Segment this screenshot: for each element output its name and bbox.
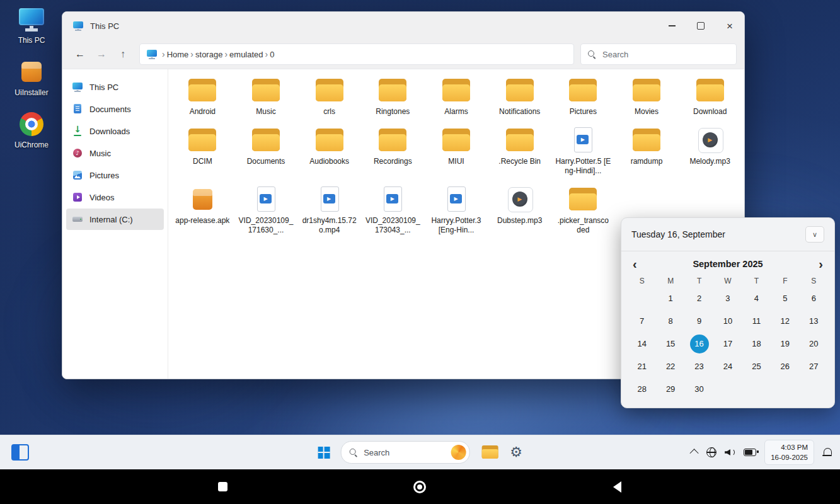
calendar-day[interactable]: 30 [690, 380, 709, 399]
calendar-day[interactable]: 12 [776, 312, 795, 331]
calendar-day[interactable]: 14 [633, 335, 652, 353]
calendar-day[interactable]: 29 [661, 380, 680, 399]
calendar-day[interactable]: 21 [633, 357, 652, 376]
calendar-day[interactable]: 28 [633, 380, 652, 399]
breadcrumb[interactable]: › Home › storage › emulated › 0 [139, 43, 574, 65]
start-button[interactable] [318, 447, 330, 459]
sidebar-item[interactable]: Documents [66, 98, 164, 120]
calendar-day[interactable]: 19 [776, 335, 795, 353]
desktop-icon[interactable]: UiChrome [8, 111, 55, 149]
close-button[interactable]: × [715, 12, 744, 40]
file-item[interactable]: Recordings [362, 127, 423, 176]
sidebar-item[interactable]: This PC [66, 76, 164, 98]
tray-expand-icon[interactable] [690, 449, 699, 457]
sidebar-item[interactable]: Pictures [66, 164, 164, 186]
calendar-day[interactable]: 20 [804, 335, 823, 353]
file-item[interactable]: Harryy.Potter.3[Eng-Hin... [425, 186, 487, 235]
calendar-next-button[interactable]: › [819, 258, 823, 270]
calendar-day[interactable]: 16 [690, 335, 709, 353]
back-button[interactable] [598, 469, 636, 504]
file-item[interactable]: MIUI [425, 127, 487, 176]
calendar-day[interactable]: 18 [747, 335, 766, 353]
calendar-day[interactable]: 22 [661, 357, 680, 376]
battery-icon[interactable] [744, 449, 756, 456]
file-item[interactable]: Dubstep.mp3 [489, 186, 551, 235]
calendar-prev-button[interactable]: ‹ [633, 258, 637, 270]
calendar-day[interactable]: 1 [661, 289, 680, 308]
breadcrumb-item[interactable]: › Home [160, 49, 188, 59]
calendar-day[interactable]: 13 [804, 312, 823, 331]
calendar-day[interactable]: 5 [776, 289, 795, 308]
network-globe-icon[interactable] [706, 447, 716, 457]
calendar-day[interactable]: 7 [633, 312, 652, 331]
notifications-bell-icon[interactable] [822, 447, 832, 457]
calendar-day[interactable]: 15 [661, 335, 680, 353]
file-item[interactable]: Audiobooks [299, 127, 360, 176]
file-item[interactable]: Notifications [489, 77, 551, 117]
clock[interactable]: 4:03 PM 16-09-2025 [764, 440, 814, 465]
calendar-day[interactable] [804, 380, 823, 399]
calendar-day[interactable]: 2 [690, 289, 709, 308]
calendar-day[interactable] [633, 289, 652, 308]
minimize-button[interactable] [657, 12, 686, 40]
sidebar-item[interactable]: Music [66, 142, 164, 164]
window-search-input[interactable]: Search [580, 43, 737, 65]
maximize-button[interactable] [686, 12, 715, 40]
calendar-day[interactable]: 24 [718, 357, 737, 376]
file-item[interactable]: VID_20230109_171630_... [235, 186, 297, 235]
calendar-day[interactable]: 8 [661, 312, 680, 331]
desktop-icon[interactable]: This PC [8, 6, 55, 45]
calendar-day[interactable] [718, 380, 737, 399]
file-item[interactable]: DCIM [171, 127, 233, 176]
settings-button[interactable]: ⚙ [510, 445, 522, 459]
titlebar[interactable]: This PC × [62, 12, 744, 40]
calendar-day[interactable]: 10 [718, 312, 737, 331]
file-item[interactable]: Pictures [552, 77, 614, 117]
file-item[interactable]: dr1shy4m.15.72o.mp4 [299, 186, 360, 235]
file-item[interactable]: crls [299, 77, 360, 117]
calendar-day[interactable]: 9 [690, 312, 709, 331]
calendar-day[interactable]: 27 [804, 357, 823, 376]
forward-button[interactable]: → [91, 44, 112, 64]
calendar-day[interactable]: 4 [747, 289, 766, 308]
calendar-day[interactable]: 23 [690, 357, 709, 376]
calendar-day[interactable]: 3 [718, 289, 737, 308]
breadcrumb-item[interactable]: › storage [188, 49, 222, 59]
breadcrumb-item[interactable]: › emulated [222, 49, 263, 59]
file-item[interactable]: Harry.Potter.5 [Eng-Hindi]... [552, 127, 614, 176]
calendar-day[interactable]: 25 [747, 357, 766, 376]
file-item[interactable]: app-release.apk [171, 186, 233, 235]
calendar-month-label[interactable]: September 2025 [693, 259, 762, 269]
file-explorer-button[interactable] [480, 444, 499, 461]
file-item[interactable]: Documents [235, 127, 297, 176]
file-item[interactable]: .Recycle Bin [489, 127, 551, 176]
breadcrumb-item[interactable]: › 0 [263, 49, 275, 59]
file-item[interactable]: Download [679, 77, 741, 117]
file-item[interactable]: Melody.mp3 [679, 127, 741, 176]
file-item[interactable]: .picker_transcoded [552, 186, 614, 235]
recents-button[interactable] [204, 469, 241, 504]
home-button[interactable] [401, 469, 439, 504]
calendar-day[interactable] [776, 380, 795, 399]
up-button[interactable]: ↑ [113, 44, 133, 64]
calendar-day[interactable]: 6 [804, 289, 823, 308]
calendar-day[interactable]: 26 [776, 357, 795, 376]
sidebar-item[interactable]: Videos [66, 186, 164, 208]
file-item[interactable]: Android [171, 77, 233, 117]
sidebar-item[interactable]: Internal (C:) [66, 209, 164, 230]
calendar-collapse-button[interactable]: ∨ [805, 226, 824, 243]
launcher-icon[interactable] [11, 444, 29, 461]
file-item[interactable]: Movies [616, 77, 677, 117]
volume-icon[interactable] [725, 448, 735, 457]
sidebar-item[interactable]: Downloads [66, 120, 164, 142]
calendar-day[interactable] [747, 380, 766, 399]
file-item[interactable]: VID_20230109_173043_... [362, 186, 423, 235]
desktop-icon[interactable]: UiInstaller [8, 59, 55, 97]
file-item[interactable]: Music [235, 77, 297, 117]
calendar-day[interactable]: 17 [718, 335, 737, 353]
file-item[interactable]: Ringtones [362, 77, 423, 117]
back-button[interactable]: ← [70, 44, 90, 64]
taskbar-search-input[interactable]: Search [340, 441, 469, 464]
file-item[interactable]: ramdump [616, 127, 677, 176]
file-item[interactable]: Alarms [425, 77, 487, 117]
